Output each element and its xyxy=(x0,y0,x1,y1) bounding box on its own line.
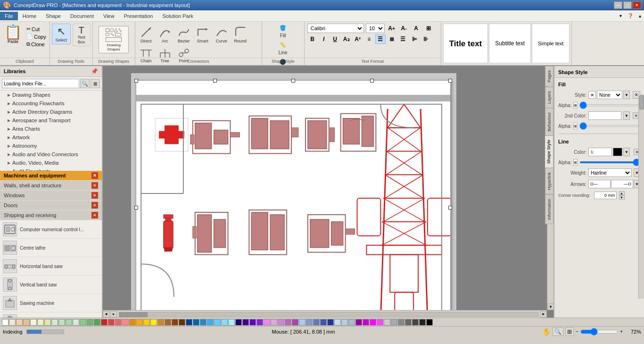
color-swatch-18[interactable] xyxy=(129,319,136,326)
color-swatch-28[interactable] xyxy=(200,319,206,326)
color-swatch-31[interactable] xyxy=(221,319,228,326)
arc-connector-btn[interactable]: Arc xyxy=(156,24,174,45)
color-swatch-59[interactable] xyxy=(419,319,426,326)
color-swatch-58[interactable] xyxy=(412,319,419,326)
shape-cnc[interactable]: Computer numerical control l... xyxy=(0,220,102,239)
line-style-btn[interactable]: 📏 Line xyxy=(272,41,294,57)
zoom-in-btn[interactable]: 🔍 xyxy=(553,327,563,336)
italic-btn[interactable]: I xyxy=(319,34,329,44)
smart-connector-btn[interactable]: Smart xyxy=(194,24,212,45)
line-weight-select[interactable]: Hairline xyxy=(588,168,632,177)
library-search-input[interactable] xyxy=(2,79,79,88)
font-size-select[interactable]: 10 xyxy=(366,24,385,33)
color-swatch-14[interactable] xyxy=(101,319,107,326)
color-swatch-39[interactable] xyxy=(278,319,284,326)
menu-home[interactable]: Home xyxy=(18,12,41,20)
color-swatch-13[interactable] xyxy=(94,319,100,326)
close-btn[interactable]: ✕ xyxy=(633,1,641,9)
text-align-center[interactable]: ☰ xyxy=(375,34,386,44)
round-connector-btn[interactable]: Round xyxy=(231,24,249,45)
corner-spin-up[interactable]: ▲ xyxy=(619,191,625,195)
canvas-hscrollbar[interactable]: ◄ ▸ ► xyxy=(103,310,547,318)
direct-connector-btn[interactable]: Direct xyxy=(137,24,155,45)
color-swatch-15[interactable] xyxy=(108,319,115,326)
clone-button[interactable]: ⧉Clone xyxy=(25,41,48,48)
color-swatch-9[interactable] xyxy=(66,319,72,326)
color-swatch-52[interactable] xyxy=(370,319,376,326)
color-swatch-41[interactable] xyxy=(292,319,298,326)
menu-presentation[interactable]: Presentation xyxy=(119,12,158,20)
line-color-dropdown[interactable]: ▼ xyxy=(623,148,630,156)
color-swatch-2[interactable] xyxy=(16,319,23,326)
lib-machines-equipment[interactable]: Machines and equipment ✕ xyxy=(0,171,102,181)
font-grow-btn[interactable]: A+ xyxy=(387,24,397,33)
menu-solution-park[interactable]: Solution Park xyxy=(157,12,198,20)
color-swatch-35[interactable] xyxy=(249,319,256,326)
lib-item-astronomy[interactable]: Astronomy xyxy=(0,142,102,150)
lib-item-aerospace[interactable]: Aerospace and Transport xyxy=(0,116,102,125)
canvas-area[interactable]: ▲ ▼ ◄ ▸ ► xyxy=(103,66,553,318)
subscript-btn[interactable]: A₂ xyxy=(341,34,352,44)
color-swatch-51[interactable] xyxy=(363,319,369,326)
color-swatch-24[interactable] xyxy=(172,319,178,326)
library-view-btn[interactable]: ⊞ xyxy=(91,79,100,88)
color-swatch-5[interactable] xyxy=(37,319,44,326)
lib-item-area-charts[interactable]: Area Charts xyxy=(0,125,102,133)
lib-item-audio-video[interactable]: Audio and Video Connectors xyxy=(0,150,102,159)
fill-style-select[interactable]: None xyxy=(597,91,622,99)
zoom-slider[interactable] xyxy=(580,329,618,334)
close-machines-btn[interactable]: ✕ xyxy=(91,172,98,179)
lib-shipping[interactable]: Shipping and receiving ✕ xyxy=(0,210,102,220)
bezier-connector-btn[interactable]: Bezier xyxy=(175,24,193,45)
superscript-btn[interactable]: A² xyxy=(353,34,363,44)
color-swatch-46[interactable] xyxy=(327,319,334,326)
fill-style-dropdown-btn[interactable]: ▼ xyxy=(623,91,630,99)
menu-view[interactable]: View xyxy=(99,12,119,20)
lib-item-accounting[interactable]: Accounting Flowcharts xyxy=(0,99,102,108)
color-swatch-30[interactable] xyxy=(214,319,221,326)
color-swatch-21[interactable] xyxy=(150,319,157,326)
shape-h-bandsaw[interactable]: Horizontal band saw xyxy=(0,257,102,276)
lib-doors[interactable]: Doors ✕ xyxy=(0,201,102,210)
shape-sawing-machine[interactable]: Sawing machine xyxy=(0,294,102,312)
line-color-box[interactable]: 1: xyxy=(588,148,612,156)
copy-button[interactable]: 📄Copy xyxy=(25,33,48,40)
second-color-box[interactable] xyxy=(588,111,621,120)
color-swatch-49[interactable] xyxy=(348,319,355,326)
line-color-swatch[interactable] xyxy=(613,148,622,156)
fill-btn[interactable]: 🪣 Fill xyxy=(272,24,294,40)
color-swatch-25[interactable] xyxy=(179,319,185,326)
pin-icon[interactable]: 📌 xyxy=(91,68,98,75)
color-swatch-42[interactable] xyxy=(299,319,305,326)
close-shipping-btn[interactable]: ✕ xyxy=(91,212,98,218)
textbox-button[interactable]: T Text Box xyxy=(73,24,91,46)
menu-file[interactable]: File xyxy=(0,12,18,20)
lib-item-audit[interactable]: Audit Flowcharts xyxy=(0,167,102,171)
lib-windows[interactable]: Windows ✕ xyxy=(0,191,102,201)
paste-button[interactable]: 📋 Paste xyxy=(2,24,24,45)
title-text-btn[interactable]: Title text xyxy=(443,24,488,63)
color-swatch-44[interactable] xyxy=(313,319,320,326)
cut-button[interactable]: ✂Cut xyxy=(25,25,48,33)
minimize-btn[interactable]: — xyxy=(614,1,622,9)
page-white[interactable] xyxy=(136,80,451,318)
color-swatch-1[interactable] xyxy=(9,319,16,326)
font-color-btn[interactable]: A xyxy=(411,24,421,33)
color-swatch-50[interactable] xyxy=(355,319,362,326)
color-swatch-55[interactable] xyxy=(391,319,397,326)
color-swatch-20[interactable] xyxy=(143,319,150,326)
select-button[interactable]: ↖ Select xyxy=(52,24,71,44)
color-swatch-40[interactable] xyxy=(285,319,291,326)
text-align-right[interactable]: ≣ xyxy=(387,34,397,44)
color-swatch-23[interactable] xyxy=(165,319,171,326)
color-swatch-32[interactable] xyxy=(228,319,235,326)
color-swatch-60[interactable] xyxy=(426,319,433,326)
underline-btn[interactable]: U xyxy=(330,34,340,44)
font-shrink-btn[interactable]: A- xyxy=(399,24,409,33)
simple-text-btn[interactable]: Simple text xyxy=(532,24,570,63)
close-windows-btn[interactable]: ✕ xyxy=(91,192,98,199)
color-swatch-27[interactable] xyxy=(193,319,199,326)
color-swatch-57[interactable] xyxy=(405,319,412,326)
color-swatch-8[interactable] xyxy=(58,319,65,326)
color-swatch-38[interactable] xyxy=(271,319,277,326)
